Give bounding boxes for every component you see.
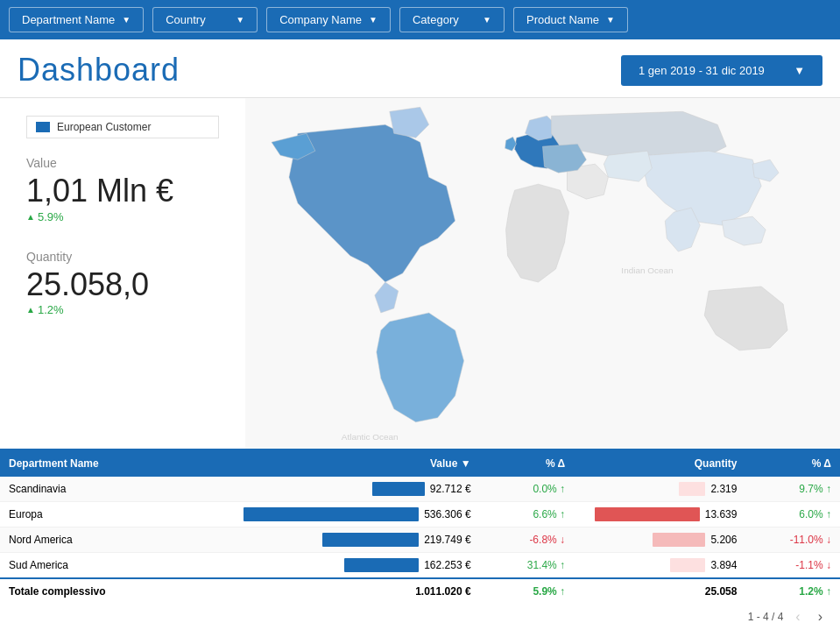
table-footer-row: Totale complessivo 1.011.020 € 5.9% ↑ 25… <box>0 578 840 604</box>
cell-qty-pct: -11.0% ↓ <box>745 527 840 553</box>
cell-department: Sud America <box>0 553 226 579</box>
chevron-down-icon: ▼ <box>236 15 244 25</box>
cell-value: 92.712 € <box>226 477 480 502</box>
chevron-down-icon: ▼ <box>369 15 378 25</box>
quantity-change: 1.2% <box>26 303 219 316</box>
value-amount: 1,01 Mln € <box>26 173 219 209</box>
prev-page-button[interactable]: ‹ <box>790 607 805 626</box>
world-map: Atlantic Ocean Indian Ocean <box>245 98 840 449</box>
cell-value: 536.306 € <box>226 502 480 527</box>
filter-bar: Department Name ▼ Country ▼ Company Name… <box>0 0 840 39</box>
value-change: 5.9% <box>26 210 219 223</box>
table-row: Europa536.306 €6.6% ↑13.6396.0% ↑ <box>0 502 840 527</box>
pagination-label: 1 - 4 / 4 <box>748 611 784 623</box>
filter-company[interactable]: Company Name ▼ <box>266 7 391 32</box>
col-header-value-pct: % Δ <box>480 450 574 477</box>
cell-quantity: 13.639 <box>574 502 745 527</box>
table-row: Scandinavia92.712 €0.0% ↑2.3199.7% ↑ <box>0 477 840 502</box>
cell-value-pct: 0.0% ↑ <box>480 477 574 502</box>
value-kpi-section: Value 1,01 Mln € 5.9% <box>26 156 219 223</box>
cell-quantity: 3.894 <box>574 553 745 579</box>
chevron-down-icon: ▼ <box>122 15 131 25</box>
chevron-down-icon: ▼ <box>483 15 491 25</box>
col-header-quantity: Quantity <box>574 450 745 477</box>
data-table: Department Name Value ▼ % Δ Quantity % Δ… <box>0 450 840 604</box>
cell-department: Europa <box>0 502 226 527</box>
cell-value: 219.749 € <box>226 527 480 553</box>
filter-product[interactable]: Product Name ▼ <box>513 7 628 32</box>
filter-category[interactable]: Category ▼ <box>399 7 505 32</box>
cell-qty-pct: 6.0% ↑ <box>745 502 840 527</box>
chevron-down-icon: ▼ <box>606 15 615 25</box>
cell-department: Scandinavia <box>0 477 226 502</box>
page-header: Dashboard 1 gen 2019 - 31 dic 2019 ▼ <box>0 39 840 98</box>
footer-label: Totale complessivo <box>0 578 226 604</box>
legend-item: European Customer <box>26 116 219 138</box>
pagination-row: 1 - 4 / 4 ‹ › <box>0 604 840 630</box>
cell-value-pct: 6.6% ↑ <box>480 502 574 527</box>
filter-country[interactable]: Country ▼ <box>152 7 258 32</box>
footer-value-pct: 5.9% ↑ <box>480 578 574 604</box>
col-header-value[interactable]: Value ▼ <box>226 450 480 477</box>
chevron-down-icon: ▼ <box>794 64 805 77</box>
data-table-section: Department Name Value ▼ % Δ Quantity % Δ… <box>0 449 840 604</box>
quantity-amount: 25.058,0 <box>26 267 219 302</box>
footer-value: 1.011.020 € <box>226 578 480 604</box>
main-content: European Customer Value 1,01 Mln € 5.9% … <box>0 98 840 449</box>
cell-qty-pct: 9.7% ↑ <box>745 477 840 502</box>
svg-text:Indian Ocean: Indian Ocean <box>621 265 673 275</box>
quantity-label: Quantity <box>26 250 219 264</box>
cell-department: Nord America <box>0 527 226 553</box>
next-page-button[interactable]: › <box>813 607 828 626</box>
table-row: Sud America162.253 €31.4% ↑3.894-1.1% ↓ <box>0 553 840 579</box>
legend-color-swatch <box>36 122 50 132</box>
footer-quantity: 25.058 <box>574 578 745 604</box>
cell-qty-pct: -1.1% ↓ <box>745 553 840 579</box>
cell-value: 162.253 € <box>226 553 480 579</box>
value-label: Value <box>26 156 219 170</box>
footer-qty-pct: 1.2% ↑ <box>745 578 840 604</box>
kpi-panel: European Customer Value 1,01 Mln € 5.9% … <box>0 98 245 449</box>
cell-quantity: 2.319 <box>574 477 745 502</box>
quantity-kpi-section: Quantity 25.058,0 1.2% <box>26 250 219 317</box>
cell-value-pct: -6.8% ↓ <box>480 527 574 553</box>
col-header-department: Department Name <box>0 450 226 477</box>
cell-value-pct: 31.4% ↑ <box>480 553 574 579</box>
page-title: Dashboard <box>18 52 180 88</box>
table-row: Nord America219.749 €-6.8% ↓5.206-11.0% … <box>0 527 840 553</box>
cell-quantity: 5.206 <box>574 527 745 553</box>
col-header-qty-pct: % Δ <box>745 450 840 477</box>
date-range-button[interactable]: 1 gen 2019 - 31 dic 2019 ▼ <box>621 55 822 86</box>
filter-department[interactable]: Department Name ▼ <box>9 7 144 32</box>
svg-text:Atlantic Ocean: Atlantic Ocean <box>342 432 399 442</box>
